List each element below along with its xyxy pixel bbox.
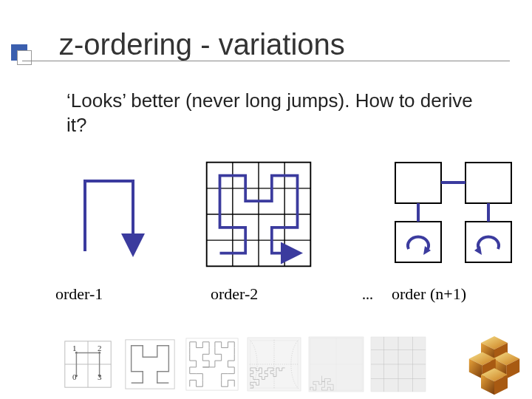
mini-hilbert-5-icon	[307, 335, 365, 393]
hilbert-recursive-icon	[388, 159, 521, 270]
slide-title: z-ordering - variations	[59, 28, 345, 61]
svg-rect-21	[126, 340, 174, 389]
mini-hilbert-4-icon	[245, 335, 303, 393]
mini-label-bl: 0	[72, 372, 77, 381]
hilbert-order-2-icon	[203, 159, 314, 270]
svg-rect-8	[466, 163, 511, 203]
mini-label-tr: 2	[98, 344, 102, 352]
figure-order-n-plus-1	[388, 159, 514, 273]
mini-hilbert-6-icon	[369, 335, 427, 393]
svg-rect-9	[395, 222, 441, 262]
title-underline	[22, 61, 510, 61]
figure-order-2	[203, 159, 314, 273]
title-bullet-icon	[11, 44, 32, 65]
svg-rect-22	[186, 338, 238, 390]
mini-label-br: 3	[98, 372, 102, 381]
mini-label-tl: 1	[72, 344, 77, 352]
figure-order-1-label: order-1	[55, 284, 103, 304]
mini-hilbert-2-icon	[121, 335, 179, 393]
figure-order-2-label: order-2	[211, 284, 258, 304]
ellipsis: ...	[362, 286, 373, 303]
mini-hilbert-3-icon	[183, 335, 241, 393]
figures-row: order-1 order-2 ..	[55, 159, 499, 284]
hilbert-order-1-icon	[63, 159, 151, 262]
mini-hilbert-row: 1 2 0 3	[59, 334, 473, 393]
svg-rect-7	[395, 163, 441, 203]
figure-order-1	[63, 159, 151, 265]
mini-hilbert-3	[183, 335, 241, 393]
figure-order-n-label: order (n+1)	[392, 284, 466, 304]
title-bar: z-ordering - variations	[0, 15, 532, 66]
body-text: ‘Looks’ better (never long jumps). How t…	[66, 89, 495, 137]
mini-hilbert-1-icon	[59, 335, 117, 393]
mini-hilbert-4	[245, 335, 303, 393]
svg-rect-10	[466, 222, 511, 262]
slide: z-ordering - variations ‘Looks’ better (…	[0, 0, 532, 399]
mini-hilbert-5	[307, 335, 365, 393]
mini-hilbert-1: 1 2 0 3	[59, 335, 117, 393]
mini-hilbert-6	[369, 335, 427, 393]
decorative-cube-icon	[461, 330, 528, 396]
mini-hilbert-2	[121, 335, 179, 393]
